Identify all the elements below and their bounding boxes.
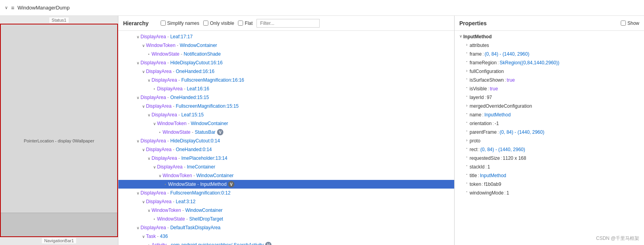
tree-item[interactable]: ∨WindowToken - WindowContainer: [118, 171, 454, 180]
prop-key-text: proto: [470, 137, 480, 144]
expand-chevron-icon[interactable]: ∨: [5, 5, 8, 10]
tree-item[interactable]: ∨DisplayArea - ImePlaceholder:13:14: [118, 154, 454, 163]
tree-item[interactable]: ∨DisplayArea - FullscreenMagnification:0…: [118, 189, 454, 197]
tree-toggle-icon[interactable]: ∨: [146, 155, 152, 161]
prop-bullet-icon: •: [464, 172, 470, 177]
prop-value-text: 1: [487, 163, 490, 170]
tree-item[interactable]: ∨DisplayArea - FullscreenMagnification:1…: [118, 102, 454, 110]
tree-item[interactable]: ∨WindowToken - WindowContainer: [118, 119, 454, 128]
tree-item[interactable]: ∨DisplayArea - Leaf:3:12: [118, 197, 454, 206]
tree-item[interactable]: ∨DisplayArea - OneHanded:15:15: [118, 93, 454, 102]
show-checkbox[interactable]: [621, 21, 626, 26]
properties-panel: Properties Show ∨InputMethod›attributes•…: [455, 16, 644, 245]
tree-item[interactable]: ∨Task - 436: [118, 232, 454, 241]
tree-toggle-icon[interactable]: ∨: [135, 60, 140, 66]
prop-value-text: SkRegion((0,84,1440,2960)): [500, 59, 559, 66]
tree-item[interactable]: ∨DisplayArea - OneHanded:0:14: [118, 145, 454, 154]
hierarchy-tree[interactable]: ∨DisplayArea - Leaf:17:17∨WindowToken - …: [118, 31, 454, 245]
tree-item[interactable]: ∨DisplayArea - DefaultTaskDisplayArea: [118, 223, 454, 232]
prop-expand-icon[interactable]: ›: [464, 42, 470, 48]
tree-item[interactable]: ∨DisplayArea - ImeContainer: [118, 163, 454, 171]
node-name-text: ShellDropTarget: [189, 216, 223, 222]
properties-header: Properties Show: [455, 16, 644, 31]
prop-section-toggle[interactable]: ∨: [458, 33, 463, 39]
tree-toggle-icon[interactable]: ∨: [135, 225, 140, 231]
node-name-text: StatusBar: [195, 129, 215, 135]
properties-tree[interactable]: ∨InputMethod›attributes•frame : (0, 84) …: [455, 31, 644, 245]
node-name-text: HideDisplayCutout:16:16: [170, 60, 223, 65]
tree-node-text: WindowState - NotificationShade: [152, 50, 221, 58]
tree-toggle-icon[interactable]: ∨: [140, 103, 146, 109]
tree-item[interactable]: ∨DisplayArea - Leaf:15:15: [118, 110, 454, 119]
hierarchy-panel: Hierarchy Simplify names Only visible Fl…: [118, 16, 455, 245]
tree-item[interactable]: •WindowState - InputMethodV: [118, 180, 454, 189]
prop-key-text: stackId: [470, 163, 485, 170]
prop-expand-icon[interactable]: ›: [464, 137, 470, 143]
prop-value-text: 1: [506, 189, 509, 196]
simplify-names-checkbox[interactable]: [161, 21, 166, 26]
prop-bullet-icon: •: [464, 129, 470, 133]
node-type-text: WindowState: [168, 181, 196, 187]
tree-node-text: DisplayArea - ImePlaceholder:13:14: [152, 155, 227, 162]
node-name-text: WindowContainer: [185, 208, 223, 213]
node-type-text: WindowToken: [157, 121, 187, 126]
tree-toggle-icon[interactable]: ∨: [157, 173, 163, 179]
tree-item[interactable]: ∨DisplayArea - FullscreenMagnification:1…: [118, 76, 454, 84]
prop-bullet-icon: •: [464, 111, 470, 116]
prop-expand-icon[interactable]: ›: [464, 68, 470, 74]
node-type-text: DisplayArea: [140, 34, 166, 39]
tree-toggle-icon[interactable]: ∨: [135, 190, 140, 196]
prop-item: •frameRegion : SkRegion((0,84,1440,2960)…: [455, 58, 644, 67]
tree-item[interactable]: ∨DisplayArea - HideDisplayCutout:16:16: [118, 58, 454, 67]
tree-item[interactable]: ∨WindowToken - WindowContainer: [118, 41, 454, 50]
tree-item[interactable]: ∨DisplayArea - HideDisplayCutout:0:14: [118, 137, 454, 145]
tree-bullet-icon: •: [152, 216, 157, 222]
tree-item[interactable]: •WindowState - StatusBarV: [118, 128, 454, 137]
tree-toggle-icon[interactable]: ∨: [146, 112, 152, 118]
tree-item[interactable]: •WindowState - NotificationShade: [118, 50, 454, 58]
prop-value-text: true: [507, 77, 515, 84]
tree-item[interactable]: ∨WindowToken - WindowContainer: [118, 206, 454, 215]
prop-item: •token : f1b0ab9: [455, 180, 644, 189]
tree-badge: V: [217, 129, 223, 135]
node-name-text: Leaf:15:15: [181, 112, 204, 118]
tree-node-text: DisplayArea - HideDisplayCutout:16:16: [140, 59, 223, 66]
prop-item: •frame : (0, 84) - (1440, 2960): [455, 50, 644, 58]
tree-toggle-icon[interactable]: ∨: [146, 208, 152, 213]
node-type-text: WindowState: [152, 51, 180, 57]
tree-item[interactable]: ∨DisplayArea - OneHanded:16:16: [118, 67, 454, 76]
tree-toggle-icon[interactable]: ∨: [135, 34, 140, 40]
node-name-text: WindowContainer: [196, 173, 234, 178]
prop-key-text: windowingMode: [470, 189, 504, 196]
tree-node-text: DisplayArea - FullscreenMagnification:16…: [152, 77, 244, 84]
node-name-text: Leaf:3:12: [176, 199, 195, 204]
only-visible-checkbox[interactable]: [203, 21, 208, 26]
tree-toggle-icon[interactable]: ∨: [140, 43, 146, 49]
tree-toggle-icon[interactable]: ∨: [152, 164, 157, 170]
tree-toggle-icon[interactable]: ∨: [140, 147, 146, 153]
flat-checkbox[interactable]: [238, 21, 243, 26]
tree-toggle-icon[interactable]: ∨: [152, 121, 157, 127]
node-type-text: DisplayArea: [146, 103, 172, 109]
prop-item: •layerId : 97: [455, 93, 644, 102]
tree-toggle-icon[interactable]: ∨: [146, 77, 152, 83]
prop-bullet-icon: •: [464, 77, 470, 81]
tree-item[interactable]: •Activity - com.android.quicksearchbox/.…: [118, 241, 454, 245]
tree-toggle-icon[interactable]: ∨: [140, 69, 146, 75]
prop-bullet-icon: •: [464, 146, 470, 151]
tree-toggle-icon[interactable]: ∨: [140, 234, 146, 239]
tree-toggle-icon[interactable]: ∨: [135, 95, 140, 101]
node-type-text: DisplayArea: [140, 190, 166, 196]
tree-toggle-icon[interactable]: ∨: [135, 138, 140, 144]
simplify-names-group: Simplify names: [161, 21, 199, 26]
tree-item[interactable]: •DisplayArea - Leaf:16:16: [118, 84, 454, 93]
prop-bullet-icon: •: [464, 50, 470, 55]
tree-node-text: WindowState - StatusBar: [163, 129, 215, 136]
filter-input[interactable]: [256, 19, 320, 28]
tree-toggle-icon[interactable]: ∨: [140, 199, 146, 205]
tree-item[interactable]: •WindowState - ShellDropTarget: [118, 215, 454, 223]
prop-value-text: true: [490, 85, 498, 92]
tree-item[interactable]: ∨DisplayArea - Leaf:17:17: [118, 32, 454, 41]
prop-section-label: InputMethod: [463, 33, 492, 40]
prop-expand-icon[interactable]: ›: [464, 103, 470, 108]
